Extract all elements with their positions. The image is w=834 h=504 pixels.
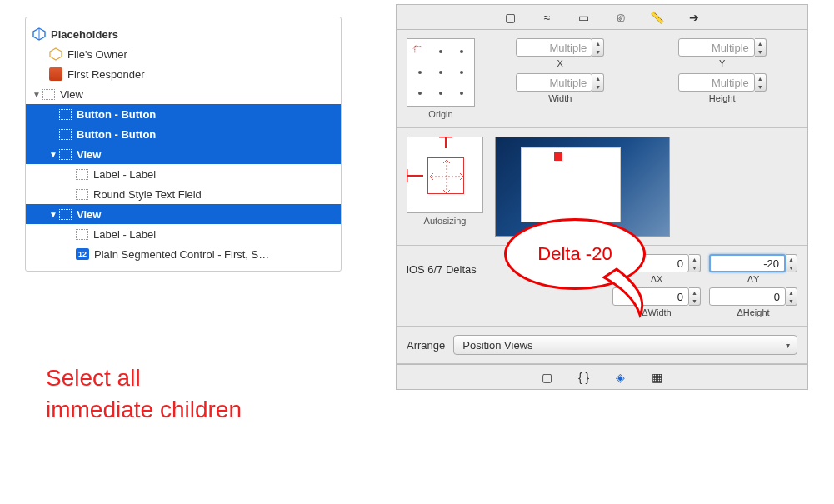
arrange-section: Arrange Position Views xyxy=(397,327,807,364)
autosizing-control[interactable] xyxy=(407,137,483,213)
segmented-icon: 12 xyxy=(76,248,89,260)
x-label: X xyxy=(557,58,563,68)
height-field[interactable]: ▲▼ xyxy=(678,73,767,92)
delta-y-label: ΔY xyxy=(747,274,760,284)
disclosure-triangle-icon[interactable]: ▼ xyxy=(49,150,59,159)
x-field[interactable]: ▲▼ xyxy=(516,38,604,57)
outline-placeholders-header[interactable]: Placeholders xyxy=(26,24,341,44)
callout-bubble: Delta -20 xyxy=(504,218,646,290)
outline-label: Round Style Text Field xyxy=(93,188,202,201)
delta-y-input[interactable] xyxy=(709,254,786,272)
deltas-label: iOS 6/7 Deltas xyxy=(407,263,477,276)
y-label: Y xyxy=(719,58,725,68)
inspector-panel: ▢ ≈ ▭ ⎚ 📏 ➔ Origin ▲▼ X xyxy=(396,4,808,390)
outline-view-2[interactable]: ▼ View xyxy=(26,144,341,164)
attributes-tab-icon[interactable]: ⎚ xyxy=(614,11,627,24)
disclosure-triangle-icon[interactable]: ▼ xyxy=(32,90,42,99)
disclosure-triangle-icon[interactable]: ▼ xyxy=(49,210,59,219)
outline-label: View xyxy=(77,208,101,221)
code-snippet-tab-icon[interactable]: { } xyxy=(577,371,591,384)
outline-view-3[interactable]: ▼ View xyxy=(26,204,341,224)
width-label: Width xyxy=(548,93,572,103)
view-icon xyxy=(59,149,72,160)
file-inspector-tab-icon[interactable]: ▢ xyxy=(504,11,517,24)
stepper-buttons[interactable]: ▲▼ xyxy=(786,287,797,306)
outline-button-1[interactable]: Button - Button xyxy=(26,104,341,124)
outline-label: Label - Label xyxy=(93,168,156,181)
stepper-buttons[interactable]: ▲▼ xyxy=(592,38,604,57)
arrange-value: Position Views xyxy=(462,339,532,352)
autosize-left-strut-icon xyxy=(407,137,423,214)
inspector-tabbar: ▢ ≈ ▭ ⎚ 📏 ➔ xyxy=(397,5,807,30)
delta-y-field[interactable]: ▲▼ xyxy=(709,254,797,272)
delta-height-input[interactable] xyxy=(709,287,786,306)
view-icon xyxy=(76,169,88,180)
view-icon xyxy=(76,189,88,200)
autosize-cross-icon xyxy=(428,158,465,195)
callout-tail-icon xyxy=(600,257,667,323)
outline-first-responder[interactable]: First Responder xyxy=(26,64,341,84)
height-input[interactable] xyxy=(678,73,755,92)
outline-textfield[interactable]: Round Style Text Field xyxy=(26,184,341,204)
delta-height-label: ΔHeight xyxy=(737,307,769,317)
outline-button-2[interactable]: Button - Button xyxy=(26,124,341,144)
outline-label: Button - Button xyxy=(77,108,156,121)
stepper-buttons[interactable]: ▲▼ xyxy=(689,254,701,272)
outline-label: Plain Segmented Control - First, S… xyxy=(94,248,269,261)
first-responder-icon xyxy=(49,67,62,81)
outline-label: View xyxy=(60,88,83,101)
frame-section: Origin ▲▼ X ▲▼ Y ▲▼ Width ▲▼ Height xyxy=(397,30,807,128)
document-outline: Placeholders File's Owner First Responde… xyxy=(25,17,342,272)
stepper-buttons[interactable]: ▲▼ xyxy=(592,73,604,92)
view-icon xyxy=(59,129,72,140)
stepper-buttons[interactable]: ▲▼ xyxy=(786,254,797,272)
outline-files-owner[interactable]: File's Owner xyxy=(26,44,341,64)
annotation-text: Select all immediate children xyxy=(46,362,242,426)
preview-marker xyxy=(554,152,562,161)
quickhelp-tab-icon[interactable]: ≈ xyxy=(541,11,554,24)
outline-view-root[interactable]: ▼ View xyxy=(26,84,341,104)
arrange-popup[interactable]: Position Views xyxy=(453,335,797,355)
autosizing-label: Autosizing xyxy=(424,216,467,226)
arrange-label: Arrange xyxy=(407,339,445,352)
identity-tab-icon[interactable]: ▭ xyxy=(577,11,591,24)
stepper-buttons[interactable]: ▲▼ xyxy=(689,287,701,306)
delta-height-field[interactable]: ▲▼ xyxy=(709,287,797,306)
outline-label-1[interactable]: Label - Label xyxy=(26,164,341,184)
outline-label: First Responder xyxy=(67,68,144,81)
view-icon xyxy=(76,229,88,240)
file-template-tab-icon[interactable]: ▢ xyxy=(541,371,554,384)
outline-label: Placeholders xyxy=(51,28,118,41)
object-library-tab-icon[interactable]: ◈ xyxy=(614,371,627,384)
svg-marker-3 xyxy=(50,48,62,60)
outline-label: Button - Button xyxy=(77,128,156,141)
height-label: Height xyxy=(709,93,736,103)
width-input[interactable] xyxy=(516,73,592,92)
media-library-tab-icon[interactable]: ▦ xyxy=(651,371,664,384)
annotation-line-2: immediate children xyxy=(46,394,242,426)
library-tabbar: ▢ { } ◈ ▦ xyxy=(397,364,807,389)
view-icon xyxy=(59,209,72,220)
stepper-buttons[interactable]: ▲▼ xyxy=(755,38,767,57)
outline-label: File's Owner xyxy=(67,48,127,61)
preview-inner xyxy=(521,147,621,222)
size-inspector-tab-icon[interactable]: 📏 xyxy=(651,11,664,24)
view-icon xyxy=(42,89,55,100)
origin-arrow-icon xyxy=(412,44,428,60)
origin-picker[interactable] xyxy=(407,38,475,107)
outline-label: Label - Label xyxy=(93,228,156,241)
outline-label: View xyxy=(77,148,101,161)
connections-tab-icon[interactable]: ➔ xyxy=(687,11,701,24)
width-field[interactable]: ▲▼ xyxy=(516,73,604,92)
outline-segmented[interactable]: 12 Plain Segmented Control - First, S… xyxy=(26,244,341,264)
y-input[interactable] xyxy=(678,38,755,57)
stepper-buttons[interactable]: ▲▼ xyxy=(755,73,767,92)
y-field[interactable]: ▲▼ xyxy=(678,38,767,57)
view-icon xyxy=(59,109,72,120)
cube-outline-icon xyxy=(49,47,62,61)
cube-icon xyxy=(32,27,46,41)
annotation-line-1: Select all xyxy=(46,362,242,394)
x-input[interactable] xyxy=(516,38,592,57)
outline-label-2[interactable]: Label - Label xyxy=(26,224,341,244)
origin-label: Origin xyxy=(428,109,452,119)
